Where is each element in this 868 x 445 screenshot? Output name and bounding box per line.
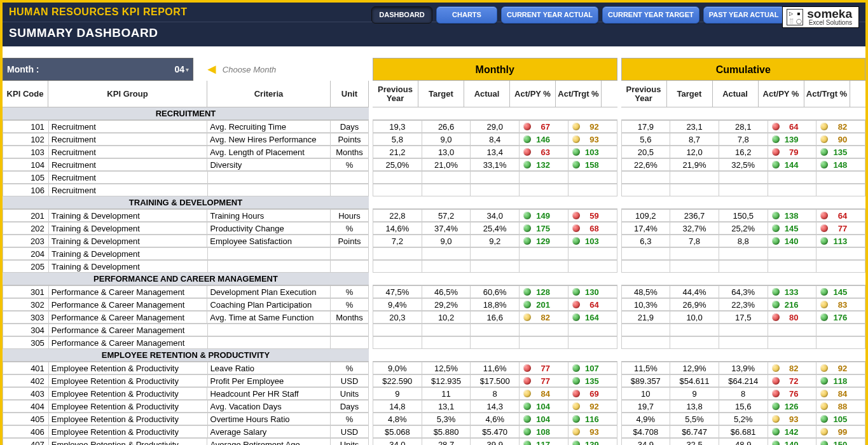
section-header: TRAINING & DEVELOPMENT [3, 196, 369, 209]
kpi-row: 203 Training & Development Employee Sati… [3, 235, 865, 247]
arrow-left-icon: ◄ [205, 61, 219, 78]
kpi-row: 407 Employee Retention & Productivity Av… [3, 438, 865, 445]
kpi-row: 104 Recruitment Diversity % 25,0%21,0%33… [3, 158, 865, 171]
logo-sub: Excel Solutions [807, 19, 852, 26]
col-kpi-group: KPI Group [48, 81, 207, 107]
month-selector[interactable]: Month : 04 [3, 58, 193, 81]
nav-cy-actual[interactable]: CURRENT YEAR ACTUAL [501, 6, 598, 24]
logo-name: someka [807, 8, 852, 19]
month-select[interactable]: 04 [153, 64, 184, 74]
kpi-row: 304 Performance & Career Management [3, 324, 865, 336]
col-m-acttrgt: Act/Trgt % [556, 81, 602, 107]
kpi-row: 101 Recruitment Avg. Recruiting Time Day… [3, 120, 865, 133]
kpi-row: 103 Recruitment Avg. Length of Placement… [3, 146, 865, 158]
col-unit: Unit [331, 81, 369, 107]
kpi-row: 202 Training & Development Productivity … [3, 222, 865, 235]
kpi-row: 403 Employee Retention & Productivity He… [3, 387, 865, 400]
col-m-py: Previous Year [373, 81, 418, 107]
kpi-row: 105 Recruitment [3, 171, 865, 184]
col-m-actual: Actual [464, 81, 510, 107]
kpi-row: 404 Employee Retention & Productivity Av… [3, 400, 865, 413]
choose-month-hint: Choose Month [223, 65, 277, 74]
kpi-row: 201 Training & Development Training Hour… [3, 209, 865, 222]
nav-charts[interactable]: CHARTS [436, 6, 497, 24]
nav-py-actual[interactable]: PAST YEAR ACTUAL [703, 6, 785, 24]
page-title: SUMMARY DASHBOARD [9, 26, 158, 40]
kpi-row: 102 Recruitment Avg. New Hires Performan… [3, 133, 865, 146]
section-header: RECRUITMENT [3, 107, 369, 120]
kpi-row: 303 Performance & Career Management Avg.… [3, 311, 865, 324]
month-label: Month : [7, 64, 39, 74]
col-kpi-code: KPI Code [3, 81, 48, 107]
col-m-target: Target [418, 81, 464, 107]
kpi-row: 401 Employee Retention & Productivity Le… [3, 362, 865, 374]
kpi-row: 406 Employee Retention & Productivity Av… [3, 425, 865, 438]
nav-dashboard[interactable]: DASHBOARD [371, 6, 432, 24]
block-cumulative-title: Cumulative [621, 58, 866, 81]
kpi-row: 305 Performance & Career Management [3, 336, 865, 349]
logo: ▷■░◯ someka Excel Solutions [782, 6, 859, 28]
kpi-row: 405 Employee Retention & Productivity Ov… [3, 413, 865, 425]
section-header: PERFORMANCE AND CAREER MANAGEMENT [3, 273, 369, 285]
col-c-actual: Actual [713, 81, 759, 107]
kpi-row: 301 Performance & Career Management Deve… [3, 285, 865, 298]
col-m-actpy: Act/PY % [510, 81, 556, 107]
col-c-py: Previous Year [621, 81, 667, 107]
kpi-row: 106 Recruitment [3, 184, 865, 196]
nav-cy-target[interactable]: CURRENT YEAR TARGET [602, 6, 699, 24]
col-criteria: Criteria [207, 81, 331, 107]
report-title: HUMAN RESOURCES KPI REPORT [9, 6, 188, 18]
col-c-actpy: Act/PY % [759, 81, 804, 107]
kpi-row: 204 Training & Development [3, 247, 865, 260]
kpi-row: 302 Performance & Career Management Coac… [3, 298, 865, 311]
kpi-row: 205 Training & Development [3, 260, 865, 273]
col-c-acttrgt: Act/Trgt % [804, 81, 850, 107]
block-monthly-title: Monthly [373, 58, 617, 81]
col-c-target: Target [667, 81, 713, 107]
kpi-row: 402 Employee Retention & Productivity Pr… [3, 374, 865, 387]
section-header: EMPLOYEE RETENTION & PRODUCTIVITY [3, 349, 369, 362]
